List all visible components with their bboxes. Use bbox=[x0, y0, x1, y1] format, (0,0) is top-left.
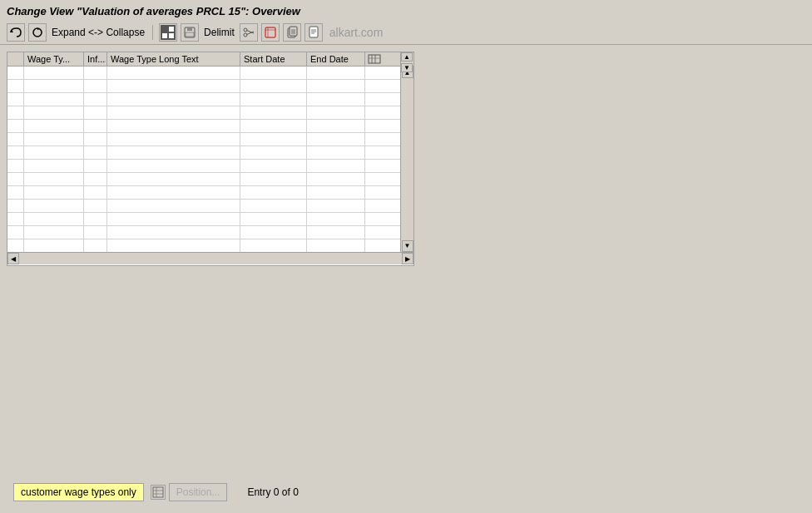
cell-end-date[interactable] bbox=[307, 67, 365, 79]
toolbar: Expand <-> Collapse Delimit bbox=[0, 21, 812, 45]
bottom-bar: customer wage types only Position... Ent… bbox=[7, 478, 805, 506]
data-table: Wage Ty... Inf... Wage Type Long Text St… bbox=[7, 52, 414, 266]
table-row[interactable] bbox=[7, 133, 400, 146]
scroll-left-btn[interactable]: ◀ bbox=[7, 253, 19, 264]
table-row[interactable] bbox=[7, 186, 400, 200]
cell-wage-type[interactable] bbox=[24, 67, 84, 79]
scissors-icon bbox=[242, 26, 255, 39]
copy2-button[interactable] bbox=[283, 23, 301, 42]
table-row[interactable] bbox=[7, 106, 400, 120]
new-button[interactable] bbox=[304, 23, 323, 42]
table-row[interactable] bbox=[7, 173, 400, 186]
scroll-track-h[interactable] bbox=[19, 253, 402, 264]
detail-icon bbox=[264, 26, 277, 39]
save-icon bbox=[183, 26, 196, 39]
svg-rect-12 bbox=[290, 27, 297, 36]
position-btn-area: Position... bbox=[151, 483, 228, 501]
table-row[interactable] bbox=[7, 146, 400, 160]
cell-rownum bbox=[7, 67, 24, 79]
col-header-start-date: Start Date bbox=[240, 52, 307, 66]
position-table-icon bbox=[152, 486, 164, 498]
col-header-rownum bbox=[7, 52, 24, 66]
copy-table-button[interactable] bbox=[159, 23, 177, 42]
detail-button[interactable] bbox=[261, 23, 280, 42]
table-row[interactable] bbox=[7, 93, 400, 106]
spacer bbox=[7, 266, 805, 479]
table-row[interactable] bbox=[7, 160, 400, 173]
horizontal-scrollbar-area: ◀ ▶ bbox=[7, 252, 413, 265]
customer-wage-types-button[interactable]: customer wage types only bbox=[13, 483, 144, 501]
undo-button[interactable] bbox=[7, 23, 25, 42]
window-title: Change View "Valuation of averages PRCL … bbox=[7, 5, 300, 17]
table-header: Wage Ty... Inf... Wage Type Long Text St… bbox=[7, 52, 413, 67]
main-window: Change View "Valuation of averages PRCL … bbox=[0, 0, 812, 513]
cell-inf[interactable] bbox=[84, 67, 107, 79]
svg-rect-3 bbox=[186, 32, 194, 37]
table-row[interactable] bbox=[7, 200, 400, 213]
scroll-down-button[interactable]: ▼ bbox=[401, 63, 413, 72]
column-settings-button[interactable] bbox=[365, 52, 384, 66]
scroll-right-btn[interactable]: ▶ bbox=[402, 253, 413, 264]
cell-long-text[interactable] bbox=[107, 67, 240, 79]
svg-rect-2 bbox=[187, 27, 192, 31]
col-header-inf: Inf... bbox=[84, 52, 107, 66]
table-row[interactable] bbox=[7, 67, 400, 80]
title-bar: Change View "Valuation of averages PRCL … bbox=[0, 0, 812, 21]
svg-rect-24 bbox=[153, 487, 163, 497]
copy2-icon bbox=[285, 26, 299, 39]
scissors-button[interactable] bbox=[240, 23, 258, 42]
undo-icon bbox=[9, 26, 22, 39]
refresh-icon bbox=[31, 26, 44, 39]
svg-rect-16 bbox=[309, 27, 318, 37]
table-scroll-area: ▲ ▼ bbox=[7, 67, 413, 252]
sep1 bbox=[152, 25, 153, 40]
svg-rect-8 bbox=[265, 27, 275, 37]
col-header-end-date: End Date bbox=[307, 52, 365, 66]
cell-start-date[interactable] bbox=[240, 67, 307, 79]
new-icon bbox=[307, 26, 320, 39]
svg-point-5 bbox=[244, 33, 247, 37]
scroll-down-btn[interactable]: ▼ bbox=[402, 240, 413, 252]
col-header-long-text: Wage Type Long Text bbox=[107, 52, 240, 66]
table-row[interactable] bbox=[7, 120, 400, 133]
save-button[interactable] bbox=[181, 23, 199, 42]
scroll-up-button[interactable]: ▲ bbox=[401, 52, 413, 62]
col-header-wage-type: Wage Ty... bbox=[24, 52, 84, 66]
refresh-button[interactable] bbox=[28, 23, 47, 42]
table-row[interactable] bbox=[7, 80, 400, 93]
table-row[interactable] bbox=[7, 213, 400, 226]
scroll-track[interactable] bbox=[402, 78, 413, 240]
table-row[interactable] bbox=[7, 226, 400, 239]
delimit-btn[interactable]: Delimit bbox=[204, 27, 235, 38]
position-icon bbox=[151, 485, 166, 500]
expand-collapse-btn[interactable]: Expand <-> Collapse bbox=[52, 27, 145, 38]
position-button[interactable]: Position... bbox=[169, 483, 228, 501]
entry-info: Entry 0 of 0 bbox=[247, 486, 298, 498]
watermark: alkart.com bbox=[329, 26, 384, 39]
svg-point-4 bbox=[244, 28, 247, 32]
table-row[interactable] bbox=[7, 239, 400, 252]
vertical-scrollbar[interactable]: ▲ ▼ bbox=[400, 67, 413, 252]
svg-rect-20 bbox=[369, 55, 380, 63]
main-content: Wage Ty... Inf... Wage Type Long Text St… bbox=[0, 45, 812, 513]
column-settings-icon bbox=[368, 52, 381, 66]
rows-area bbox=[7, 67, 400, 252]
copy-table-icon bbox=[161, 25, 176, 40]
